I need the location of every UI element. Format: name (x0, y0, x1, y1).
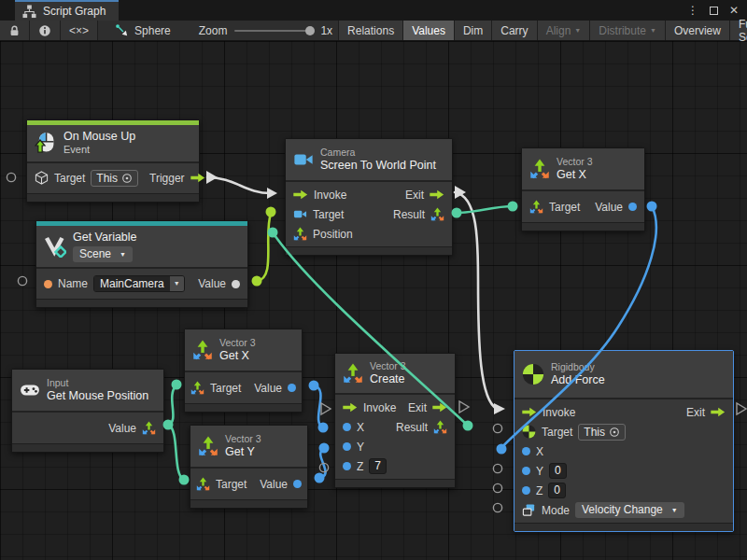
camera-icon (293, 149, 314, 170)
node-get-mouse-position[interactable]: Input Get Mouse Position Value (11, 369, 164, 453)
toggle-label: Carry (500, 24, 528, 37)
node-get-x-top[interactable]: Vector 3 Get X Target Value (521, 147, 645, 231)
target-picker-icon[interactable] (609, 427, 620, 438)
port-result-label: Result (393, 208, 425, 221)
node-get-variable[interactable]: Get Variable Scene ▼ Name MainCamera ▼ V… (35, 220, 248, 308)
node-subtitle: Event (63, 144, 135, 156)
node-header: Camera Screen To World Point (286, 139, 452, 180)
lock-button[interactable] (0, 21, 30, 40)
node-on-mouse-up[interactable]: On Mouse Up Event Target This Trigger (26, 119, 200, 203)
scope-label: Scene (79, 246, 111, 262)
port-y-label: Y (536, 465, 543, 478)
zoom-slider-handle[interactable] (305, 26, 315, 35)
rigidbody-port-icon[interactable] (522, 425, 536, 439)
port-row: Invoke Exit (514, 402, 733, 422)
x-port[interactable] (522, 447, 530, 455)
vector3-port-icon[interactable] (433, 420, 447, 434)
distribute-dropdown[interactable]: Distribute ▼ (589, 21, 665, 40)
y-value-field[interactable]: 0 (549, 463, 567, 479)
variable-scope-dropdown[interactable]: Scene ▼ (73, 246, 133, 262)
variable-name-select[interactable]: MainCamera ▼ (93, 275, 185, 292)
node-category: Vector 3 (370, 360, 406, 372)
value-port[interactable] (628, 203, 637, 211)
port-row: Target Value (185, 378, 302, 398)
target-this-chip[interactable]: This (91, 170, 138, 187)
target-picker-icon[interactable] (121, 173, 133, 184)
port-invoke-label: Invoke (363, 401, 396, 414)
y-port[interactable] (522, 467, 530, 475)
flow-arrow-icon[interactable] (711, 407, 726, 417)
port-value-label: Value (595, 201, 623, 214)
menu-dots-icon[interactable]: ⋮ (687, 4, 698, 17)
flow-arrow-icon[interactable] (293, 189, 308, 200)
name-port[interactable] (44, 280, 52, 288)
port-row: Target Result (286, 204, 452, 224)
flow-arrow-icon[interactable] (432, 402, 447, 413)
toggle-dim[interactable]: Dim (454, 21, 491, 40)
node-get-y[interactable]: Vector 3 Get Y Target Value (190, 425, 308, 509)
node-title: On Mouse Up (63, 130, 135, 144)
node-screen-to-world-point[interactable]: Camera Screen To World Point Invoke Exit… (285, 138, 453, 256)
port-row: Invoke Exit (335, 398, 455, 417)
variable-icon (44, 235, 66, 258)
node-header: On Mouse Up Event (27, 125, 199, 161)
value-port[interactable] (288, 384, 296, 392)
camera-port-icon[interactable] (293, 207, 307, 221)
port-target-label: Target (313, 208, 344, 221)
close-icon[interactable]: ✕ (729, 4, 739, 17)
vector3-port-icon[interactable] (142, 421, 156, 435)
value-port[interactable] (293, 480, 302, 488)
flow-arrow-icon[interactable] (343, 402, 358, 413)
node-footer (514, 523, 733, 531)
node-category: Camera (320, 147, 436, 159)
zoom-label: Zoom (199, 24, 228, 37)
force-mode-value: Velocity Change (582, 502, 663, 518)
enum-port-icon[interactable] (522, 503, 536, 517)
flow-arrow-icon[interactable] (522, 407, 537, 417)
value-port[interactable] (232, 280, 240, 288)
node-header: Vector 3 Get X (185, 329, 302, 371)
z-port[interactable] (343, 462, 351, 470)
target-this-chip[interactable]: This (578, 424, 626, 441)
toggle-carry[interactable]: Carry (491, 21, 536, 40)
gamepad-icon (20, 380, 40, 400)
z-port[interactable] (522, 486, 530, 495)
z-value-field[interactable]: 7 (369, 458, 387, 474)
port-value-label: Value (108, 422, 136, 435)
graph-breadcrumb[interactable]: Sphere (106, 21, 180, 40)
force-mode-dropdown[interactable]: Velocity Change ▼ (575, 502, 684, 518)
tab-title: Script Graph (43, 5, 106, 18)
port-z-label: Z (357, 460, 363, 473)
toggle-relations[interactable]: Relations (338, 21, 402, 40)
x-port[interactable] (343, 423, 351, 431)
zoom-control: Zoom 1x (193, 21, 338, 40)
port-target-label: Target (549, 201, 580, 214)
node-title: Get Y (225, 445, 261, 459)
vector3-port-icon[interactable] (293, 227, 307, 241)
info-button[interactable] (30, 21, 61, 40)
z-value-field[interactable]: 0 (548, 483, 566, 498)
node-vector3-create[interactable]: Vector 3 Create Invoke Exit X Result (334, 353, 456, 488)
flow-arrow-icon[interactable] (430, 189, 444, 200)
maximize-icon[interactable] (710, 7, 718, 15)
flow-arrow-icon[interactable] (190, 173, 205, 183)
vector3-port-icon[interactable] (529, 200, 543, 214)
vector3-icon (198, 436, 218, 456)
tab-script-graph[interactable]: Script Graph (15, 0, 119, 21)
align-dropdown[interactable]: Align ▼ (537, 21, 590, 40)
code-preview-button[interactable]: <×> (61, 21, 98, 40)
port-row: Target Value (522, 197, 644, 217)
toggle-values[interactable]: Values (402, 21, 454, 40)
overview-button[interactable]: Overview (665, 21, 729, 40)
y-port[interactable] (343, 442, 351, 451)
node-title: Screen To World Point (320, 159, 436, 173)
zoom-slider[interactable] (234, 30, 313, 32)
node-add-force[interactable]: Rigidbody Add Force Invoke Exit Target T… (514, 350, 734, 532)
node-get-x-mid[interactable]: Vector 3 Get X Target Value (184, 329, 303, 413)
node-title: Get X (557, 168, 593, 182)
vector3-port-icon[interactable] (196, 477, 210, 491)
port-x-label: X (357, 421, 364, 434)
vector3-port-icon[interactable] (190, 381, 204, 395)
vector3-port-icon[interactable] (430, 207, 444, 221)
full-screen-button[interactable]: Full Screen (729, 21, 747, 40)
